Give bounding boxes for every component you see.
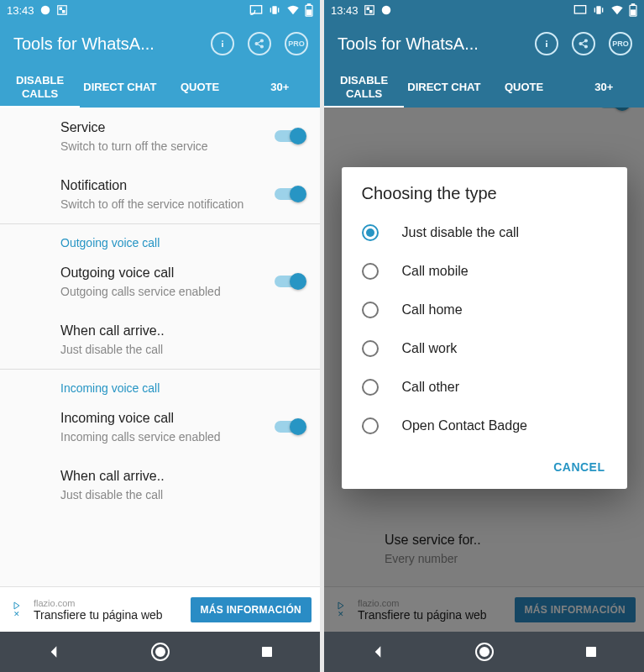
navigation-bar xyxy=(324,632,644,672)
dialog-title: Choosing the type xyxy=(342,184,627,213)
navigation-bar xyxy=(0,632,320,672)
ad-banner[interactable]: ✕ flazio.com Transfiere tu página web MÁ… xyxy=(0,586,320,632)
svg-rect-5 xyxy=(272,6,276,13)
svg-line-16 xyxy=(258,41,261,43)
status-bar: 13:43 xyxy=(0,0,320,20)
status-bar: 13:43 xyxy=(324,0,644,20)
toggle-notification[interactable] xyxy=(275,186,305,202)
nav-recent-button[interactable] xyxy=(566,632,616,672)
nav-home-button[interactable] xyxy=(459,632,510,672)
screen-dialog: 13:43 Tools for WhatsA... PRO DISABLE CA… xyxy=(324,0,644,672)
option-open-contact-badge[interactable]: Open Contact Badge xyxy=(342,407,627,445)
tab-more[interactable]: 30+ xyxy=(240,74,320,101)
pro-button: PRO xyxy=(604,27,637,60)
battery-icon xyxy=(305,3,313,17)
svg-line-38 xyxy=(582,45,585,46)
clock: 13:43 xyxy=(7,4,34,17)
app-title: Tools for WhatsA... xyxy=(13,34,206,54)
toggle-service[interactable] xyxy=(275,128,305,144)
setting-sub: Just disable the call xyxy=(60,342,306,357)
clock: 13:43 xyxy=(331,4,359,17)
option-call-work[interactable]: Call work xyxy=(342,329,627,368)
svg-rect-3 xyxy=(62,11,64,13)
screen-settings: 13:43 Tools for WhatsA... xyxy=(0,0,320,672)
setting-title: When call arrive.. xyxy=(60,323,306,340)
nav-back-button[interactable] xyxy=(353,632,403,672)
adchoices-icon: ✕ xyxy=(332,601,349,618)
wifi-icon xyxy=(286,4,300,16)
setting-notification[interactable]: Notification Switch to off the service n… xyxy=(0,165,320,223)
radio-icon xyxy=(362,340,379,357)
ad-host: flazio.com xyxy=(34,598,182,608)
chat-bubble-icon xyxy=(380,4,392,16)
svg-rect-28 xyxy=(602,8,603,12)
setting-title: Outgoing voice call xyxy=(60,265,306,282)
setting-sub: Switch to off the service notification xyxy=(60,197,306,212)
pro-button[interactable]: PRO xyxy=(280,27,313,60)
tab-bar: DISABLE CALLS DIRECT CHAT QUOTE 30+ xyxy=(0,67,320,108)
adchoices-icon[interactable]: ✕ xyxy=(8,601,25,618)
tab-quote[interactable]: QUOTE xyxy=(160,74,240,101)
ad-cta-button[interactable]: MÁS INFORMACIÓN xyxy=(191,597,312,622)
tab-direct-chat[interactable]: DIRECT CHAT xyxy=(80,74,160,101)
cast-icon xyxy=(249,4,263,16)
svg-rect-41 xyxy=(586,647,596,657)
svg-point-24 xyxy=(381,6,390,15)
svg-rect-23 xyxy=(369,11,371,13)
toggle-notification xyxy=(599,108,629,111)
setting-service[interactable]: Service Switch to turn off the service xyxy=(0,108,320,165)
setting-when-incoming[interactable]: When call arrive.. Just disable the call xyxy=(0,456,320,514)
radio-icon xyxy=(362,302,379,318)
setting-when-outgoing[interactable]: When call arrive.. Just disable the call xyxy=(0,311,320,369)
ad-banner: ✕ flazio.com Transfiere tu página web MÁ… xyxy=(324,586,644,632)
app-bar: Tools for WhatsA... PRO xyxy=(0,20,320,67)
svg-point-40 xyxy=(480,648,489,656)
cast-icon xyxy=(573,4,587,16)
setting-title: Service xyxy=(60,119,306,137)
battery-icon xyxy=(629,3,637,17)
ad-text: flazio.com Transfiere tu página web xyxy=(34,598,182,622)
tab-disable-calls[interactable]: DISABLE CALLS xyxy=(0,67,80,107)
setting-sub: Switch to turn off the service xyxy=(60,139,306,154)
wifi-icon xyxy=(610,4,624,16)
settings-list[interactable]: Service Switch to turn off the service N… xyxy=(0,108,320,586)
nav-back-button[interactable] xyxy=(29,632,79,672)
nav-home-button[interactable] xyxy=(135,632,186,672)
option-call-other[interactable]: Call other xyxy=(342,368,627,407)
setting-incoming[interactable]: Incoming voice call Incoming calls servi… xyxy=(0,398,320,456)
tab-direct-chat: DIRECT CHAT xyxy=(404,74,484,101)
ad-cta-button: MÁS INFORMACIÓN xyxy=(515,597,636,622)
share-button[interactable] xyxy=(243,27,276,60)
chat-bubble-icon xyxy=(39,4,51,16)
option-label: Call home xyxy=(402,302,463,318)
cancel-button[interactable]: CANCEL xyxy=(542,452,616,482)
svg-rect-2 xyxy=(60,8,61,9)
toggle-incoming[interactable] xyxy=(275,418,305,435)
setting-sub: Outgoing calls service enabled xyxy=(60,284,306,299)
svg-point-0 xyxy=(40,6,50,15)
setting-notification: Switch to off the service notification xyxy=(324,108,644,123)
setting-use-for: Use service for.. Every number xyxy=(324,520,644,578)
svg-rect-33 xyxy=(546,43,547,47)
vibrate-icon xyxy=(268,4,281,16)
option-label: Call work xyxy=(402,341,458,356)
tab-disable-calls: DISABLE CALLS xyxy=(324,67,404,107)
svg-rect-31 xyxy=(631,10,636,15)
radio-icon xyxy=(362,263,379,280)
setting-sub: Incoming calls service enabled xyxy=(60,429,306,444)
svg-point-11 xyxy=(222,40,223,42)
ad-title: Transfiere tu página web xyxy=(34,608,182,622)
setting-title: Incoming voice call xyxy=(60,410,306,428)
nav-recent-button[interactable] xyxy=(242,632,292,672)
info-button[interactable] xyxy=(206,27,239,60)
option-call-mobile[interactable]: Call mobile xyxy=(342,252,627,291)
option-call-home[interactable]: Call home xyxy=(342,291,627,329)
setting-outgoing[interactable]: Outgoing voice call Outgoing calls servi… xyxy=(0,253,320,311)
option-disable-call[interactable]: Just disable the call xyxy=(342,213,627,252)
svg-rect-30 xyxy=(631,4,634,6)
svg-rect-4 xyxy=(250,6,261,13)
option-label: Open Contact Badge xyxy=(402,418,527,433)
svg-rect-7 xyxy=(278,8,279,12)
toggle-outgoing[interactable] xyxy=(275,273,305,290)
svg-rect-12 xyxy=(222,43,223,47)
